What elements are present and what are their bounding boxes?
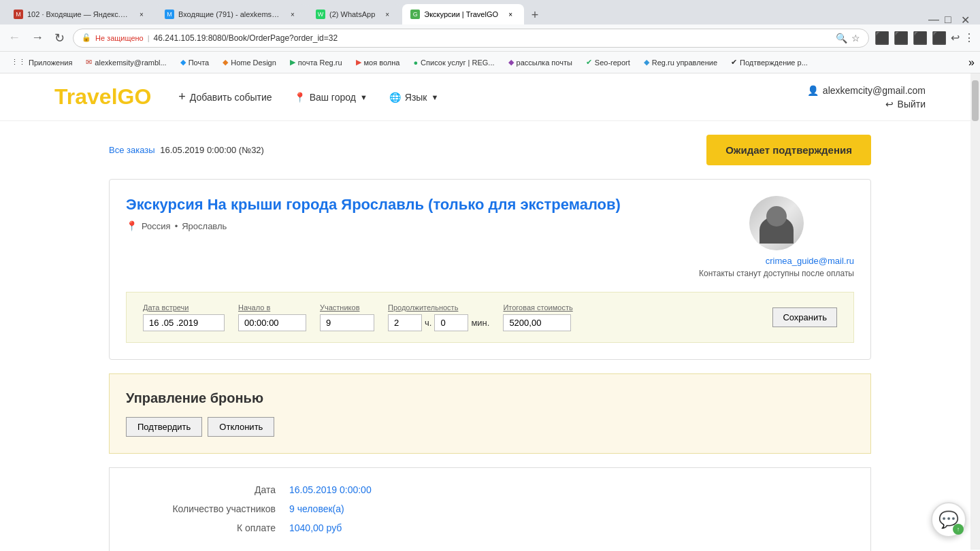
- user-email-text: alexkemcity@gmail.com: [823, 85, 926, 96]
- refresh-button[interactable]: ↻: [52, 28, 67, 48]
- regmanage-icon: ◆: [644, 58, 649, 67]
- tour-title[interactable]: Экскурсия На крыши города Ярославль (тол…: [126, 196, 683, 214]
- guide-avatar-image: [749, 196, 804, 250]
- mgmt-buttons: Подтвердить Отклонить: [126, 417, 854, 437]
- tab-4-close[interactable]: ×: [505, 9, 516, 20]
- history-icon[interactable]: ↩: [951, 31, 960, 44]
- new-tab-button[interactable]: +: [525, 5, 544, 24]
- date-input[interactable]: [143, 314, 225, 331]
- back-button[interactable]: ←: [5, 28, 23, 48]
- tour-info: Экскурсия На крыши города Ярославль (тол…: [126, 196, 683, 278]
- scrollbar-thumb[interactable]: [972, 80, 979, 121]
- tab-3-label: (2) WhatsApp: [329, 10, 375, 18]
- summary-participants-label: Количество участников: [126, 503, 276, 514]
- duration-minutes-input[interactable]: [434, 314, 468, 331]
- bookmark-homedesign[interactable]: ◆ Home Design: [217, 56, 282, 69]
- tour-guide: crimea_guide@mail.ru Контакты станут дос…: [699, 196, 854, 278]
- window-controls: — □ ✕: [928, 14, 975, 24]
- duration-hours-input[interactable]: [388, 314, 422, 331]
- bookmark-homedesign-label: Home Design: [231, 59, 276, 67]
- yandex-icon: ✉: [86, 58, 92, 67]
- confirm-icon: ✔: [731, 58, 737, 67]
- bookmark-services-label: Список услуг | REG...: [421, 59, 494, 67]
- cost-input[interactable]: [503, 314, 571, 331]
- bookmark-regmanage[interactable]: ◆ Reg.ru управление: [638, 56, 723, 69]
- participants-label: Участников: [320, 303, 374, 312]
- bookmark-mailing-label: рассылка почты: [517, 59, 572, 67]
- booking-mgmt-title: Управление бронью: [126, 390, 854, 406]
- city-selector[interactable]: 📍 Ваш город ▼: [294, 92, 368, 103]
- browser-frame: M 102 · Входящие — Яндекс.Почт... × M Вх…: [0, 0, 980, 551]
- bookmark-apps-label: Приложения: [29, 59, 72, 67]
- breadcrumb-link[interactable]: Все заказы: [109, 145, 155, 155]
- bookmark-yandex-label: alexkemsity@rambl...: [95, 59, 166, 67]
- bookmarks-more-icon[interactable]: »: [968, 56, 975, 69]
- logo-text: Travel: [54, 84, 118, 109]
- maximize-button[interactable]: □: [945, 14, 956, 24]
- lang-chevron-icon: ▼: [431, 93, 439, 101]
- bookmark-yandex[interactable]: ✉ alexkemsity@rambl...: [80, 56, 172, 69]
- summary-date-label: Дата: [126, 484, 276, 495]
- participants-input[interactable]: [320, 314, 374, 331]
- close-button[interactable]: ✕: [961, 14, 972, 24]
- extension-1-icon[interactable]: ⬛: [875, 31, 889, 46]
- save-button[interactable]: Сохранить: [772, 307, 837, 327]
- summary-payment-row: К оплате 1040,00 руб: [126, 522, 854, 533]
- guide-avatar: [749, 196, 804, 250]
- order-date: 16.05.2019 0:00:00 (№32): [160, 145, 264, 155]
- city-chevron-icon: ▼: [360, 93, 368, 101]
- scrollbar[interactable]: [970, 73, 980, 550]
- url-text: 46.241.105.19:8080/Book/OrderPage?order_…: [154, 33, 832, 43]
- logout-button[interactable]: ↩ Выйти: [885, 99, 926, 110]
- cost-label: Итоговая стоимость: [503, 303, 572, 312]
- extension-4-icon[interactable]: ⬛: [932, 31, 947, 46]
- tab-3-close[interactable]: ×: [382, 9, 393, 20]
- location-separator: •: [175, 221, 178, 231]
- extension-3-icon[interactable]: ⬛: [913, 31, 928, 46]
- order-form: Дата встречи Начало в Участников Продолж…: [126, 292, 854, 343]
- summary-date-row: Дата 16.05.2019 0:00:00: [126, 484, 854, 495]
- bookmark-mailing[interactable]: ◆ рассылка почты: [503, 56, 578, 69]
- forward-button[interactable]: →: [29, 28, 46, 48]
- tab-4[interactable]: G Экскурсии | TravelGO ×: [402, 4, 524, 24]
- site-logo[interactable]: TravelGO: [54, 84, 151, 110]
- duration-label: Продолжительность: [388, 303, 489, 312]
- chat-widget[interactable]: 💬 ↑: [931, 502, 966, 537]
- tab-2-close[interactable]: ×: [287, 9, 298, 20]
- bookmark-apps[interactable]: ⋮⋮ Приложения: [5, 56, 78, 69]
- add-event-button[interactable]: + Добавить событие: [178, 90, 272, 104]
- guide-email[interactable]: crimea_guide@mail.ru: [699, 256, 854, 266]
- tour-card: Экскурсия На крыши города Ярославль (тол…: [109, 179, 871, 360]
- tab-1[interactable]: M 102 · Входящие — Яндекс.Почт... ×: [5, 4, 155, 24]
- tab-1-close[interactable]: ×: [136, 9, 147, 20]
- logo-highlight: GO: [118, 84, 152, 109]
- bookmark-seoreport[interactable]: ✔ Seo-report: [581, 56, 636, 69]
- bookmark-mojavolna[interactable]: ▶ моя волна: [350, 56, 406, 69]
- tab-3[interactable]: W (2) WhatsApp ×: [308, 4, 401, 24]
- minimize-button[interactable]: —: [928, 14, 939, 24]
- lang-selector[interactable]: 🌐 Язык ▼: [389, 92, 439, 103]
- pin-icon: 📍: [294, 92, 306, 103]
- extensions-icon[interactable]: ⋮: [964, 31, 975, 44]
- globe-icon: 🌐: [389, 92, 401, 103]
- search-icon[interactable]: 🔍: [836, 33, 847, 44]
- bookmark-confirm[interactable]: ✔ Подтверждение р...: [725, 56, 813, 69]
- add-icon: +: [178, 90, 186, 104]
- reject-button[interactable]: Отклонить: [208, 417, 274, 437]
- tab-3-favicon: W: [316, 10, 325, 19]
- status-badge: Ожидает подтверждения: [706, 135, 871, 165]
- time-input[interactable]: [238, 314, 306, 331]
- bookmark-pochtareg[interactable]: ▶ почта Reg.ru: [284, 56, 348, 69]
- mojavolna-icon: ▶: [356, 58, 361, 67]
- bookmark-mail[interactable]: ◆ Почта: [175, 56, 215, 69]
- tab-4-label: Экскурсии | TravelGO: [424, 10, 498, 18]
- extension-2-icon[interactable]: ⬛: [894, 31, 909, 46]
- url-bar[interactable]: 🔓 Не защищено | 46.241.105.19:8080/Book/…: [73, 29, 869, 48]
- tab-2[interactable]: M Входящие (791) - alexkemsity@... ×: [157, 4, 306, 24]
- summary-payment-value: 1040,00 руб: [289, 522, 342, 533]
- bookmark-services[interactable]: ● Список услуг | REG...: [408, 56, 500, 69]
- confirm-button[interactable]: Подтвердить: [126, 417, 202, 437]
- star-icon[interactable]: ☆: [851, 33, 860, 44]
- bookmark-confirm-label: Подтверждение р...: [740, 59, 808, 67]
- logout-label: Выйти: [898, 99, 926, 110]
